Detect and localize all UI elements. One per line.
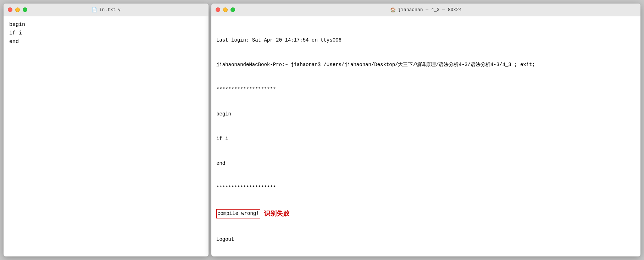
editor-line-end: end bbox=[9, 38, 203, 46]
terminal-content[interactable]: Last login: Sat Apr 20 14:17:54 on ttys0… bbox=[211, 16, 640, 256]
terminal-line-logout: logout bbox=[216, 235, 635, 244]
left-title-text: in.txt bbox=[99, 7, 116, 12]
terminal-line-if: if i bbox=[216, 135, 635, 143]
left-window-title: 📄 in.txt ∨ bbox=[91, 7, 121, 13]
terminal-line-stars1: ******************** bbox=[216, 86, 635, 94]
left-close-button[interactable] bbox=[8, 7, 12, 12]
terminal-line-command: jiahaonandeMacBook-Pro:~ jiahaonan$ /Use… bbox=[216, 61, 635, 69]
right-titlebar: 🏠 jiahaonan — 4_3 — 80×24 bbox=[211, 4, 640, 16]
terminal-line-login: Last login: Sat Apr 20 14:17:54 on ttys0… bbox=[216, 36, 635, 44]
left-title-chevron[interactable]: ∨ bbox=[118, 7, 121, 13]
compile-wrong-box: compile wrong! bbox=[216, 209, 260, 218]
file-icon: 📄 bbox=[91, 7, 97, 13]
left-minimize-button[interactable] bbox=[15, 7, 20, 12]
right-window-title: 🏠 jiahaonan — 4_3 — 80×24 bbox=[390, 7, 461, 13]
left-maximize-button[interactable] bbox=[23, 7, 27, 12]
right-window: 🏠 jiahaonan — 4_3 — 80×24 Last login: Sa… bbox=[211, 4, 640, 256]
left-window: 📄 in.txt ∨ begin if i end bbox=[4, 4, 209, 256]
left-titlebar: 📄 in.txt ∨ bbox=[4, 4, 209, 16]
terminal-line-end: end bbox=[216, 159, 635, 168]
right-close-button[interactable] bbox=[216, 7, 220, 12]
right-minimize-button[interactable] bbox=[223, 7, 228, 12]
editor-line-begin: begin bbox=[9, 21, 203, 29]
left-traffic-lights bbox=[8, 7, 27, 12]
editor-line-if: if i bbox=[9, 29, 203, 38]
terminal-line-stars2: ******************** bbox=[216, 184, 635, 192]
right-title-text: jiahaonan — 4_3 — 80×24 bbox=[398, 7, 461, 12]
terminal-line-begin: begin bbox=[216, 110, 635, 118]
recognition-failed-text: 识别失败 bbox=[264, 208, 289, 219]
right-traffic-lights bbox=[216, 7, 235, 12]
right-maximize-button[interactable] bbox=[231, 7, 235, 12]
home-icon: 🏠 bbox=[390, 7, 396, 13]
compile-wrong-line: compile wrong! 识别失败 bbox=[216, 208, 635, 219]
left-editor-content: begin if i end bbox=[4, 16, 209, 256]
